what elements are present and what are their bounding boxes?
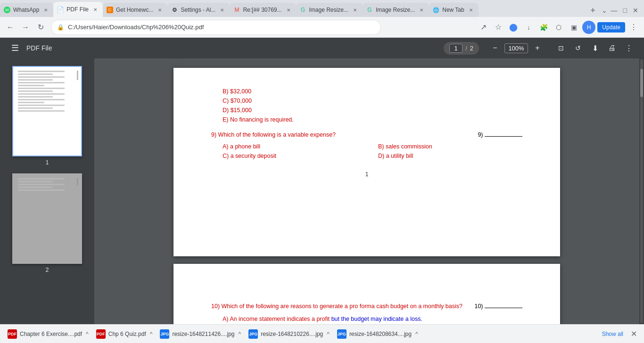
- thumbnail-1[interactable]: 1: [4, 66, 91, 166]
- download-chevron-3[interactable]: ^: [327, 331, 330, 337]
- tab-whatsapp[interactable]: W WhatsApp ✕: [0, 3, 53, 17]
- forward-button[interactable]: →: [19, 21, 32, 34]
- pdf-more-options-icon[interactable]: ⋮: [621, 41, 636, 56]
- update-button[interactable]: whatsapp Update: [597, 22, 625, 33]
- tab-homework[interactable]: C Get Homewc... ✕: [103, 3, 167, 17]
- page1-partial-options: B) $32,000 C) $70,000 D) $15,000 E) No f…: [211, 87, 522, 124]
- scrollbar[interactable]: [639, 58, 644, 324]
- newtab-favicon-icon: 🌐: [433, 7, 439, 13]
- thumb-line: [18, 178, 65, 180]
- download-name-0: Chapter 6 Exercise....pdf: [20, 331, 82, 337]
- minimize-button[interactable]: —: [609, 7, 619, 14]
- profile-avatar[interactable]: H: [582, 21, 595, 34]
- tab-settings[interactable]: ⚙ Settings - Al... ✕: [167, 3, 230, 17]
- thumb-line: [18, 110, 65, 112]
- tab-settings-close-icon[interactable]: ✕: [218, 6, 226, 14]
- tab-collapse-icon[interactable]: ⌄: [602, 7, 607, 14]
- download-item-2[interactable]: JPG resize-1648211426....jpg ^: [156, 326, 245, 343]
- pdf-toolbar: ☰ PDF File / 2 − + ⊡ ↺ ⬇ 🖨 ⋮: [0, 38, 644, 58]
- option-c: C) $70,000: [211, 96, 522, 106]
- download-item-1[interactable]: PDF Chp 6 Quiz.pdf ^: [92, 326, 157, 343]
- q9-left-col: A) a phone bill C) a security deposit: [211, 142, 367, 161]
- pdf-menu-button[interactable]: ☰: [8, 41, 23, 56]
- q9-option-b: B) sales commission: [367, 142, 522, 151]
- bookmark-icon[interactable]: ☆: [492, 21, 505, 34]
- tab-gmail[interactable]: M Re:[## 30769... ✕: [230, 3, 296, 17]
- pdf-zoom-out-button[interactable]: −: [488, 41, 502, 55]
- address-box[interactable]: 🔒 C:/Users/Haier/Downloads/Chp%206%20Qui…: [51, 20, 381, 35]
- pdf-rotate-icon[interactable]: ↺: [570, 41, 586, 56]
- chrome-icon[interactable]: ⬤: [507, 21, 520, 34]
- tab-gmail-close-icon[interactable]: ✕: [285, 6, 292, 14]
- show-all-button[interactable]: Show all: [598, 329, 627, 339]
- option-b: B) $32,000: [211, 87, 522, 96]
- tab-homework-title: Get Homewc...: [116, 7, 153, 13]
- download-chevron-2[interactable]: ^: [239, 331, 241, 337]
- refresh-button[interactable]: ↻: [34, 21, 47, 34]
- pdf-fit-page-icon[interactable]: ⊡: [553, 41, 569, 56]
- q9-option-a: A) a phone bill: [211, 142, 367, 151]
- pdf-zoom-input[interactable]: [504, 43, 528, 53]
- tab-imageresize2-close-icon[interactable]: ✕: [418, 6, 425, 14]
- maximize-button[interactable]: □: [621, 7, 629, 14]
- thumbnail-2[interactable]: 2: [4, 173, 91, 273]
- download-name-4: resize-1648208634....jpg: [349, 331, 412, 337]
- tab-pdf-close-icon[interactable]: ✕: [91, 6, 99, 13]
- tab-imageresize1-close-icon[interactable]: ✕: [351, 6, 359, 14]
- tab-imageresize1-title: Image Resize...: [309, 7, 348, 13]
- tab-whatsapp-close-icon[interactable]: ✕: [42, 6, 50, 14]
- pdf-print-icon[interactable]: 🖨: [604, 41, 619, 56]
- download-chevron-0[interactable]: ^: [86, 331, 89, 337]
- pdf-favicon-icon: 📄: [57, 6, 64, 13]
- sidebar-toggle-icon[interactable]: ▣: [567, 21, 580, 34]
- pdf-page-2: 10) Which of the following are reasons t…: [173, 264, 560, 324]
- download-name-1: Chp 6 Quiz.pdf: [108, 331, 146, 337]
- download-item-4[interactable]: JPG resize-1648208634....jpg ^: [333, 326, 422, 343]
- pdf-zoom-in-button[interactable]: +: [531, 41, 544, 55]
- thumb-line: [18, 184, 65, 185]
- thumb-line: [18, 96, 53, 98]
- jpg-icon-2: JPG: [160, 329, 169, 339]
- pdf-page-input[interactable]: [449, 44, 462, 53]
- thumb-line: [18, 99, 65, 100]
- chrome-menu-icon[interactable]: ⋮: [627, 21, 640, 34]
- thumb-line: [18, 88, 65, 89]
- download-name-2: resize-1648211426....jpg: [172, 331, 234, 337]
- download-arrow-icon[interactable]: ↓: [522, 21, 535, 34]
- q10-row: 10) Which of the following are reasons t…: [211, 302, 522, 311]
- close-button[interactable]: ✕: [631, 7, 640, 14]
- pdf-icon-1: PDF: [96, 329, 106, 339]
- pdf-download-icon[interactable]: ⬇: [587, 41, 603, 56]
- download-chevron-4[interactable]: ^: [415, 331, 418, 337]
- thumb-line: [18, 105, 65, 106]
- jpg-icon-3: JPG: [248, 329, 258, 339]
- scrollbar-track: [640, 59, 643, 323]
- thumb-line: [18, 102, 44, 103]
- option-e: E) No financing is required.: [211, 115, 522, 124]
- back-button[interactable]: ←: [4, 21, 17, 34]
- scrollbar-thumb: [640, 69, 643, 97]
- pdf-main-content[interactable]: B) $32,000 C) $70,000 D) $15,000 E) No f…: [94, 58, 639, 324]
- tab-pdf[interactable]: 📄 PDF File ✕: [53, 2, 103, 17]
- address-text: C:/Users/Haier/Downloads/Chp%206%20Quiz.…: [68, 24, 375, 31]
- tab-imageresize1[interactable]: G Image Resize... ✕: [296, 3, 363, 17]
- page2-top-space: [211, 283, 522, 302]
- close-downloads-bar-button[interactable]: ✕: [627, 327, 640, 341]
- share-icon[interactable]: ↗: [477, 21, 490, 34]
- download-chevron-1[interactable]: ^: [150, 331, 153, 337]
- download-item-0[interactable]: PDF Chapter 6 Exercise....pdf ^: [4, 326, 92, 343]
- bottom-bar: PDF Chapter 6 Exercise....pdf ^ PDF Chp …: [0, 324, 644, 343]
- tab-newtab-close-icon[interactable]: ✕: [467, 6, 475, 14]
- extension-icon[interactable]: 🧩: [537, 21, 550, 34]
- imageresize1-favicon-icon: G: [300, 7, 306, 13]
- q10-text: 10) Which of the following are reasons t…: [211, 303, 462, 310]
- tab-imageresize2[interactable]: G Image Resize... ✕: [363, 3, 429, 17]
- tab-newtab[interactable]: 🌐 New Tab ✕: [429, 3, 478, 17]
- puzzle-icon[interactable]: ⬡: [552, 21, 565, 34]
- settings-favicon-icon: ⚙: [171, 7, 178, 13]
- download-item-3[interactable]: JPG resize-1648210226....jpg ^: [245, 326, 333, 343]
- new-tab-button[interactable]: +: [586, 4, 600, 17]
- pdf-toolbar-right: ⊡ ↺ ⬇ 🖨 ⋮: [553, 41, 636, 56]
- thumb-lines-1: [13, 67, 81, 115]
- tab-homework-close-icon[interactable]: ✕: [156, 6, 164, 14]
